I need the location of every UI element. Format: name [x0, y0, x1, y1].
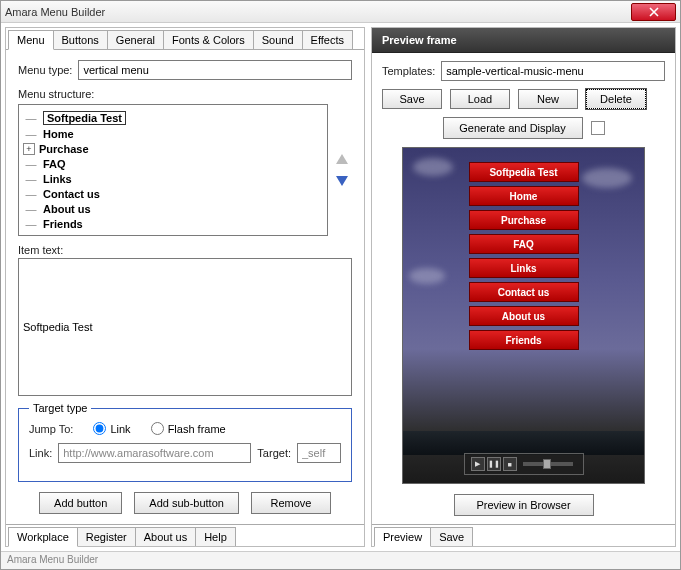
left-bottom-tabstrip: WorkplaceRegisterAbout usHelp: [6, 524, 364, 546]
generate-display-button[interactable]: Generate and Display: [443, 117, 583, 139]
player-stop-icon[interactable]: ■: [503, 457, 517, 471]
tree-item-label: Contact us: [43, 188, 100, 200]
tree-item-label: Softpedia Test: [43, 111, 126, 125]
tree-item[interactable]: —Home: [21, 127, 325, 141]
tab-menu[interactable]: Menu: [8, 30, 54, 50]
tab-effects[interactable]: Effects: [302, 30, 353, 49]
target-type-fieldset: Target type Jump To: Link Flash frame Li…: [18, 402, 352, 482]
tree-item-label: Links: [43, 173, 72, 185]
preview-menu-button[interactable]: Home: [469, 186, 579, 206]
preview-menu-button[interactable]: About us: [469, 306, 579, 326]
player-play-icon[interactable]: ▶: [471, 457, 485, 471]
close-icon: [649, 7, 659, 17]
reorder-arrows: [332, 104, 352, 236]
link-label: Link:: [29, 447, 52, 459]
tree-item[interactable]: —Friends: [21, 217, 325, 231]
templates-input[interactable]: [441, 61, 665, 81]
radio-link[interactable]: Link: [93, 422, 130, 435]
right-bottom-tab-preview[interactable]: Preview: [374, 527, 431, 547]
bottom-tab-help[interactable]: Help: [195, 527, 236, 546]
window-title: Amara Menu Builder: [5, 6, 631, 18]
preview-menu: Softpedia TestHomePurchaseFAQLinksContac…: [469, 162, 579, 354]
bottom-tab-workplace[interactable]: Workplace: [8, 527, 78, 547]
new-button[interactable]: New: [518, 89, 578, 109]
templates-label: Templates:: [382, 65, 435, 77]
preview-menu-button[interactable]: Friends: [469, 330, 579, 350]
tree-branch-icon: —: [23, 203, 39, 215]
tree-branch-icon: —: [23, 128, 39, 140]
svg-marker-0: [336, 154, 348, 164]
tab-fonts-colors[interactable]: Fonts & Colors: [163, 30, 254, 49]
menu-structure-tree[interactable]: —Softpedia Test—Home+Purchase—FAQ—Links—…: [18, 104, 328, 236]
preview-landscape: [403, 431, 644, 455]
radio-flash-frame[interactable]: Flash frame: [151, 422, 226, 435]
preview-frame-header: Preview frame: [372, 28, 675, 53]
close-button[interactable]: [631, 3, 676, 21]
preview-menu-button[interactable]: Links: [469, 258, 579, 278]
add-sub-button[interactable]: Add sub-button: [134, 492, 239, 514]
target-label: Target:: [257, 447, 291, 459]
tree-item-label: Home: [43, 128, 74, 140]
menu-structure-label: Menu structure:: [18, 88, 94, 100]
right-pane: Preview frame Templates: Save Load New D…: [371, 27, 676, 547]
tree-item[interactable]: —Contact us: [21, 187, 325, 201]
player-volume-slider[interactable]: [523, 462, 573, 466]
preview-menu-button[interactable]: Contact us: [469, 282, 579, 302]
tree-branch-icon: —: [23, 188, 39, 200]
tree-item[interactable]: —FAQ: [21, 157, 325, 171]
target-type-legend: Target type: [29, 402, 91, 414]
item-text-input[interactable]: [18, 258, 352, 396]
add-button[interactable]: Add button: [39, 492, 122, 514]
target-input[interactable]: [297, 443, 341, 463]
tab-sound[interactable]: Sound: [253, 30, 303, 49]
right-content: Templates: Save Load New Delete Generate…: [372, 53, 675, 524]
bottom-tab-about-us[interactable]: About us: [135, 527, 196, 546]
tab-general[interactable]: General: [107, 30, 164, 49]
preview-menu-button[interactable]: Softpedia Test: [469, 162, 579, 182]
tree-item[interactable]: —Softpedia Test: [21, 110, 325, 126]
tree-item-label: About us: [43, 203, 91, 215]
right-bottom-tabstrip: PreviewSave: [372, 524, 675, 546]
tree-branch-icon: —: [23, 173, 39, 185]
menu-tab-content: Menu type: Menu structure: —Softpedia Te…: [6, 50, 364, 524]
preview-menu-button[interactable]: FAQ: [469, 234, 579, 254]
move-down-icon[interactable]: [335, 175, 349, 187]
preview-in-browser-button[interactable]: Preview in Browser: [454, 494, 594, 516]
remove-button[interactable]: Remove: [251, 492, 331, 514]
tab-buttons[interactable]: Buttons: [53, 30, 108, 49]
jump-to-label: Jump To:: [29, 423, 73, 435]
bottom-tab-register[interactable]: Register: [77, 527, 136, 546]
preview-menu-button[interactable]: Purchase: [469, 210, 579, 230]
preview-canvas: Softpedia TestHomePurchaseFAQLinksContac…: [402, 147, 645, 484]
right-bottom-tab-save[interactable]: Save: [430, 527, 473, 546]
svg-marker-1: [336, 176, 348, 186]
expand-icon[interactable]: +: [23, 143, 35, 155]
tree-item[interactable]: —Links: [21, 172, 325, 186]
left-tabstrip: MenuButtonsGeneralFonts & ColorsSoundEff…: [6, 28, 364, 50]
display-option-icon[interactable]: [591, 121, 605, 135]
preview-player: ▶ ❚❚ ■: [464, 453, 584, 475]
save-button[interactable]: Save: [382, 89, 442, 109]
link-input[interactable]: [58, 443, 251, 463]
body: MenuButtonsGeneralFonts & ColorsSoundEff…: [1, 23, 680, 551]
move-up-icon[interactable]: [335, 153, 349, 165]
tree-branch-icon: —: [23, 218, 39, 230]
tree-branch-icon: —: [23, 158, 39, 170]
tree-item[interactable]: —About us: [21, 202, 325, 216]
tree-item[interactable]: +Purchase: [21, 142, 325, 156]
tree-item-label: FAQ: [43, 158, 66, 170]
titlebar: Amara Menu Builder: [1, 1, 680, 23]
tree-item-label: Purchase: [39, 143, 89, 155]
app-window: Amara Menu Builder MenuButtonsGeneralFon…: [0, 0, 681, 570]
menu-type-label: Menu type:: [18, 64, 72, 76]
tree-branch-icon: —: [23, 112, 39, 124]
left-pane: MenuButtonsGeneralFonts & ColorsSoundEff…: [5, 27, 365, 547]
player-pause-icon[interactable]: ❚❚: [487, 457, 501, 471]
item-text-label: Item text:: [18, 244, 352, 256]
delete-button[interactable]: Delete: [586, 89, 646, 109]
tree-item-label: Friends: [43, 218, 83, 230]
load-button[interactable]: Load: [450, 89, 510, 109]
status-bar: Amara Menu Builder: [1, 551, 680, 569]
menu-type-input[interactable]: [78, 60, 352, 80]
